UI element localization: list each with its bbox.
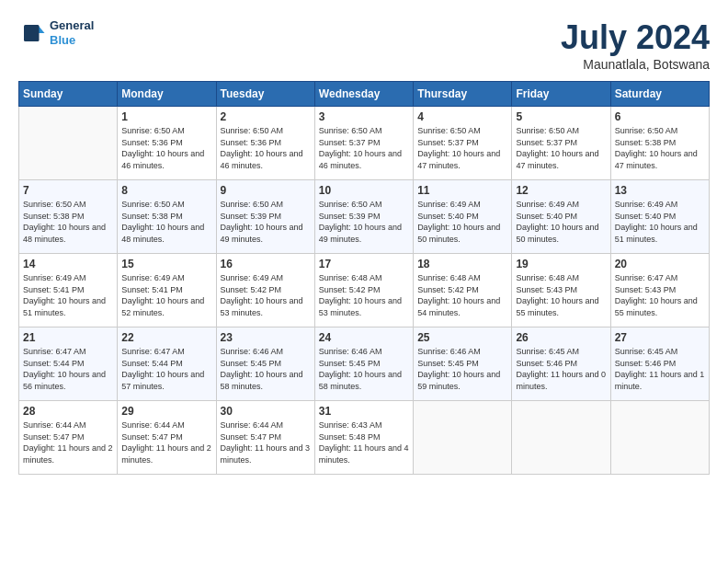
calendar-cell — [610, 401, 709, 475]
day-number: 20 — [615, 258, 705, 270]
day-info: Sunrise: 6:49 AMSunset: 5:41 PMDaylight:… — [23, 272, 113, 318]
calendar-header-row: SundayMondayTuesdayWednesdayThursdayFrid… — [19, 82, 710, 107]
col-header-monday: Monday — [118, 82, 216, 107]
day-info: Sunrise: 6:49 AMSunset: 5:40 PMDaylight:… — [417, 199, 507, 245]
day-number: 18 — [417, 258, 507, 270]
day-info: Sunrise: 6:49 AMSunset: 5:41 PMDaylight:… — [121, 272, 211, 318]
calendar-week-row: 28Sunrise: 6:44 AMSunset: 5:47 PMDayligh… — [19, 401, 710, 475]
calendar-cell: 30Sunrise: 6:44 AMSunset: 5:47 PMDayligh… — [216, 401, 314, 475]
calendar-cell: 23Sunrise: 6:46 AMSunset: 5:45 PMDayligh… — [216, 327, 314, 401]
calendar-cell: 13Sunrise: 6:49 AMSunset: 5:40 PMDayligh… — [610, 180, 709, 254]
day-number: 1 — [121, 110, 211, 123]
calendar-week-row: 7Sunrise: 6:50 AMSunset: 5:38 PMDaylight… — [19, 180, 710, 254]
title-block: July 2024 Maunatlala, Botswana — [561, 18, 710, 72]
day-info: Sunrise: 6:47 AMSunset: 5:43 PMDaylight:… — [615, 272, 705, 318]
col-header-thursday: Thursday — [414, 82, 512, 107]
calendar-cell: 2Sunrise: 6:50 AMSunset: 5:36 PMDaylight… — [216, 107, 314, 180]
day-number: 8 — [121, 184, 211, 197]
calendar-cell: 29Sunrise: 6:44 AMSunset: 5:47 PMDayligh… — [118, 401, 216, 475]
day-info: Sunrise: 6:44 AMSunset: 5:47 PMDaylight:… — [221, 419, 311, 465]
page-header: General Blue July 2024 Maunatlala, Botsw… — [18, 18, 710, 72]
day-number: 17 — [319, 258, 409, 270]
day-info: Sunrise: 6:47 AMSunset: 5:44 PMDaylight:… — [23, 346, 113, 392]
day-number: 5 — [516, 110, 606, 123]
calendar-cell: 16Sunrise: 6:49 AMSunset: 5:42 PMDayligh… — [216, 254, 314, 327]
day-info: Sunrise: 6:46 AMSunset: 5:45 PMDaylight:… — [417, 346, 507, 392]
day-number: 24 — [319, 331, 409, 344]
day-number: 2 — [221, 110, 311, 123]
calendar-cell: 9Sunrise: 6:50 AMSunset: 5:39 PMDaylight… — [216, 180, 314, 254]
calendar-cell: 3Sunrise: 6:50 AMSunset: 5:37 PMDaylight… — [314, 107, 413, 180]
calendar-cell: 21Sunrise: 6:47 AMSunset: 5:44 PMDayligh… — [19, 327, 118, 401]
day-number: 23 — [221, 331, 311, 344]
day-info: Sunrise: 6:49 AMSunset: 5:42 PMDaylight:… — [221, 272, 311, 318]
day-number: 16 — [221, 258, 311, 270]
calendar-cell: 19Sunrise: 6:48 AMSunset: 5:43 PMDayligh… — [512, 254, 610, 327]
day-info: Sunrise: 6:49 AMSunset: 5:40 PMDaylight:… — [516, 199, 606, 245]
day-number: 10 — [319, 184, 409, 197]
calendar-cell: 7Sunrise: 6:50 AMSunset: 5:38 PMDaylight… — [19, 180, 118, 254]
day-number: 29 — [121, 405, 211, 418]
day-info: Sunrise: 6:48 AMSunset: 5:42 PMDaylight:… — [319, 272, 409, 318]
day-info: Sunrise: 6:50 AMSunset: 5:37 PMDaylight:… — [319, 125, 409, 171]
calendar-cell: 27Sunrise: 6:45 AMSunset: 5:46 PMDayligh… — [610, 327, 709, 401]
calendar-cell: 17Sunrise: 6:48 AMSunset: 5:42 PMDayligh… — [314, 254, 413, 327]
day-number: 22 — [121, 331, 211, 344]
month-year-title: July 2024 — [561, 18, 710, 57]
calendar-cell: 25Sunrise: 6:46 AMSunset: 5:45 PMDayligh… — [414, 327, 512, 401]
calendar-week-row: 1Sunrise: 6:50 AMSunset: 5:36 PMDaylight… — [19, 107, 710, 180]
calendar-cell: 22Sunrise: 6:47 AMSunset: 5:44 PMDayligh… — [118, 327, 216, 401]
calendar-cell: 4Sunrise: 6:50 AMSunset: 5:37 PMDaylight… — [414, 107, 512, 180]
col-header-friday: Friday — [512, 82, 610, 107]
day-number: 6 — [615, 110, 705, 123]
logo-icon — [18, 19, 46, 47]
calendar-cell: 14Sunrise: 6:49 AMSunset: 5:41 PMDayligh… — [19, 254, 118, 327]
day-info: Sunrise: 6:45 AMSunset: 5:46 PMDaylight:… — [615, 346, 705, 392]
day-number: 7 — [23, 184, 113, 197]
day-info: Sunrise: 6:44 AMSunset: 5:47 PMDaylight:… — [23, 419, 113, 465]
day-number: 13 — [615, 184, 705, 197]
day-number: 28 — [23, 405, 113, 418]
calendar-cell: 31Sunrise: 6:43 AMSunset: 5:48 PMDayligh… — [314, 401, 413, 475]
day-number: 14 — [23, 258, 113, 270]
day-number: 31 — [319, 405, 409, 418]
calendar-cell: 11Sunrise: 6:49 AMSunset: 5:40 PMDayligh… — [414, 180, 512, 254]
day-info: Sunrise: 6:50 AMSunset: 5:38 PMDaylight:… — [121, 199, 211, 245]
day-info: Sunrise: 6:50 AMSunset: 5:39 PMDaylight:… — [319, 199, 409, 245]
calendar-week-row: 21Sunrise: 6:47 AMSunset: 5:44 PMDayligh… — [19, 327, 710, 401]
day-number: 21 — [23, 331, 113, 344]
logo-line1: General — [50, 18, 94, 33]
svg-rect-1 — [24, 25, 40, 41]
col-header-saturday: Saturday — [610, 82, 709, 107]
day-info: Sunrise: 6:45 AMSunset: 5:46 PMDaylight:… — [516, 346, 606, 392]
day-info: Sunrise: 6:49 AMSunset: 5:40 PMDaylight:… — [615, 199, 705, 245]
logo-line2: Blue — [50, 33, 94, 48]
calendar-cell: 10Sunrise: 6:50 AMSunset: 5:39 PMDayligh… — [314, 180, 413, 254]
calendar-week-row: 14Sunrise: 6:49 AMSunset: 5:41 PMDayligh… — [19, 254, 710, 327]
col-header-sunday: Sunday — [19, 82, 118, 107]
day-info: Sunrise: 6:50 AMSunset: 5:37 PMDaylight:… — [417, 125, 507, 171]
day-info: Sunrise: 6:50 AMSunset: 5:37 PMDaylight:… — [516, 125, 606, 171]
calendar-cell: 24Sunrise: 6:46 AMSunset: 5:45 PMDayligh… — [314, 327, 413, 401]
day-number: 15 — [121, 258, 211, 270]
day-info: Sunrise: 6:50 AMSunset: 5:36 PMDaylight:… — [221, 125, 311, 171]
day-info: Sunrise: 6:44 AMSunset: 5:47 PMDaylight:… — [121, 419, 211, 465]
logo-text: General Blue — [50, 18, 94, 47]
day-number: 11 — [417, 184, 507, 197]
calendar-cell: 5Sunrise: 6:50 AMSunset: 5:37 PMDaylight… — [512, 107, 610, 180]
calendar-cell: 8Sunrise: 6:50 AMSunset: 5:38 PMDaylight… — [118, 180, 216, 254]
calendar-table: SundayMondayTuesdayWednesdayThursdayFrid… — [18, 81, 710, 475]
calendar-cell — [414, 401, 512, 475]
day-info: Sunrise: 6:50 AMSunset: 5:38 PMDaylight:… — [615, 125, 705, 171]
day-number: 3 — [319, 110, 409, 123]
col-header-wednesday: Wednesday — [314, 82, 413, 107]
day-number: 9 — [221, 184, 311, 197]
calendar-cell: 15Sunrise: 6:49 AMSunset: 5:41 PMDayligh… — [118, 254, 216, 327]
location-subtitle: Maunatlala, Botswana — [561, 57, 710, 72]
calendar-cell: 20Sunrise: 6:47 AMSunset: 5:43 PMDayligh… — [610, 254, 709, 327]
calendar-cell: 6Sunrise: 6:50 AMSunset: 5:38 PMDaylight… — [610, 107, 709, 180]
calendar-cell: 26Sunrise: 6:45 AMSunset: 5:46 PMDayligh… — [512, 327, 610, 401]
calendar-cell: 12Sunrise: 6:49 AMSunset: 5:40 PMDayligh… — [512, 180, 610, 254]
day-number: 26 — [516, 331, 606, 344]
day-number: 25 — [417, 331, 507, 344]
